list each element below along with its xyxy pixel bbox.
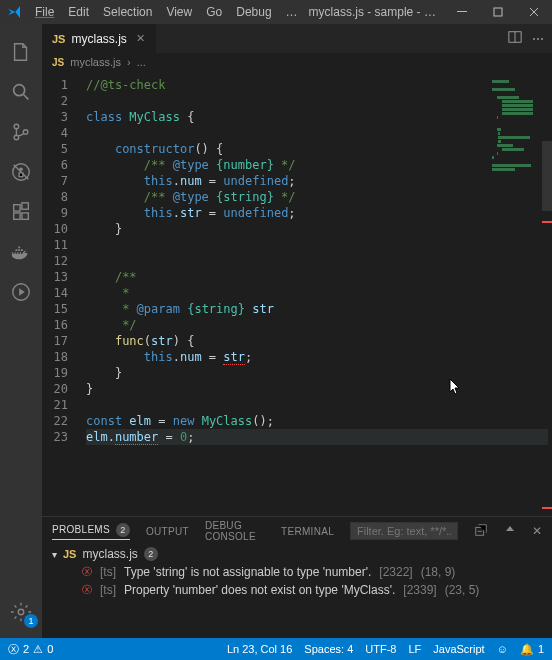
svg-point-3: [14, 124, 19, 129]
tab-close-icon[interactable]: ✕: [133, 32, 148, 45]
line-number: 18: [42, 349, 82, 365]
settings-icon[interactable]: 1: [0, 592, 42, 632]
code-line[interactable]: this.str = undefined;: [86, 205, 552, 221]
problem-source: [ts]: [100, 583, 116, 597]
code-line[interactable]: }: [86, 221, 552, 237]
code-line[interactable]: [86, 125, 552, 141]
panel-close-icon[interactable]: ✕: [532, 524, 542, 538]
menu-edit[interactable]: Edit: [61, 1, 96, 23]
close-button[interactable]: [516, 0, 552, 24]
code-line[interactable]: class MyClass {: [86, 109, 552, 125]
collapse-all-icon[interactable]: [474, 523, 488, 540]
code-line[interactable]: /**: [86, 269, 552, 285]
warning-icon: ⚠: [33, 643, 43, 656]
live-share-icon[interactable]: [0, 272, 42, 312]
line-number: 1: [42, 77, 82, 93]
code-line[interactable]: /** @type {number} */: [86, 157, 552, 173]
status-feedback-icon[interactable]: ☺: [497, 643, 508, 655]
tab-actions: ⋯: [508, 24, 552, 53]
line-number: 14: [42, 285, 82, 301]
code-line[interactable]: constructor() {: [86, 141, 552, 157]
code-line[interactable]: [86, 93, 552, 109]
breadcrumb[interactable]: JS myclass.js › ...: [42, 53, 552, 71]
line-number: 19: [42, 365, 82, 381]
extensions-icon[interactable]: [0, 192, 42, 232]
scm-icon[interactable]: [0, 112, 42, 152]
code-line[interactable]: */: [86, 317, 552, 333]
code-line[interactable]: func(str) {: [86, 333, 552, 349]
tab-debug-console[interactable]: DEBUG CONSOLE: [205, 520, 265, 542]
explorer-icon[interactable]: [0, 32, 42, 72]
code-line[interactable]: }: [86, 365, 552, 381]
tab-output[interactable]: OUTPUT: [146, 526, 189, 537]
line-number: 21: [42, 397, 82, 413]
maximize-button[interactable]: [480, 0, 516, 24]
split-editor-icon[interactable]: [508, 30, 522, 47]
panel-maximize-icon[interactable]: [504, 524, 516, 539]
caret-down-icon: ▾: [52, 549, 57, 560]
code-area[interactable]: //@ts-checkclass MyClass { constructor()…: [82, 71, 552, 516]
tab-terminal[interactable]: TERMINAL: [281, 526, 334, 537]
status-spaces[interactable]: Spaces: 4: [304, 643, 353, 655]
bell-icon: 🔔: [520, 643, 534, 656]
code-line[interactable]: this.num = str;: [86, 349, 552, 365]
problem-message: Property 'number' does not exist on type…: [124, 583, 395, 597]
code-line[interactable]: * @param {string} str: [86, 301, 552, 317]
problems-body: ▾ JS myclass.js 2 ⓧ [ts] Type 'string' i…: [42, 545, 552, 638]
line-number: 15: [42, 301, 82, 317]
breadcrumb-file: myclass.js: [70, 56, 121, 68]
code-line[interactable]: /** @type {string} */: [86, 189, 552, 205]
code-line[interactable]: *: [86, 285, 552, 301]
editor-tab[interactable]: JS myclass.js ✕: [42, 24, 157, 53]
line-number: 22: [42, 413, 82, 429]
status-ln-col[interactable]: Ln 23, Col 16: [227, 643, 292, 655]
menu-more[interactable]: …: [279, 1, 305, 23]
bottom-panel: PROBLEMS 2 OUTPUT DEBUG CONSOLE TERMINAL…: [42, 516, 552, 638]
tab-bar: JS myclass.js ✕ ⋯: [42, 24, 552, 53]
search-icon[interactable]: [0, 72, 42, 112]
code-line[interactable]: }: [86, 381, 552, 397]
error-icon: ⓧ: [8, 642, 19, 657]
code-line[interactable]: this.num = undefined;: [86, 173, 552, 189]
status-eol[interactable]: LF: [408, 643, 421, 655]
menu-debug[interactable]: Debug: [229, 1, 278, 23]
minimap[interactable]: [492, 79, 548, 169]
line-number: 2: [42, 93, 82, 109]
activity-bar: 1: [0, 24, 42, 638]
problem-row[interactable]: ⓧ [ts] Property 'number' does not exist …: [42, 581, 552, 599]
more-actions-icon[interactable]: ⋯: [532, 32, 544, 46]
status-errors[interactable]: ⓧ2 ⚠0: [8, 642, 53, 657]
menu-view[interactable]: View: [159, 1, 199, 23]
status-encoding[interactable]: UTF-8: [365, 643, 396, 655]
menu-selection[interactable]: Selection: [96, 1, 159, 23]
code-line[interactable]: const elm = new MyClass();: [86, 413, 552, 429]
svg-rect-10: [22, 213, 28, 219]
status-notifications[interactable]: 🔔1: [520, 643, 544, 656]
line-number: 12: [42, 253, 82, 269]
menu-file[interactable]: File: [28, 1, 61, 23]
code-line[interactable]: [86, 253, 552, 269]
problem-location: (18, 9): [421, 565, 456, 579]
error-icon: ⓧ: [82, 565, 92, 579]
debug-activity-icon[interactable]: [0, 152, 42, 192]
code-line[interactable]: //@ts-check: [86, 77, 552, 93]
menu-go[interactable]: Go: [199, 1, 229, 23]
minimize-button[interactable]: [444, 0, 480, 24]
error-mark-icon: [542, 507, 552, 509]
code-line[interactable]: elm.number = 0;: [86, 429, 548, 445]
docker-icon[interactable]: [0, 232, 42, 272]
problem-code: [2339]: [403, 583, 436, 597]
code-line[interactable]: [86, 237, 552, 253]
js-file-icon: JS: [63, 548, 76, 560]
problems-filter-input[interactable]: [350, 522, 458, 540]
problem-row[interactable]: ⓧ [ts] Type 'string' is not assignable t…: [42, 563, 552, 581]
editor[interactable]: 1234567891011121314151617181920212223 //…: [42, 71, 552, 516]
js-file-icon: JS: [52, 57, 64, 68]
line-number: 10: [42, 221, 82, 237]
code-line[interactable]: [86, 397, 552, 413]
tab-problems[interactable]: PROBLEMS 2: [52, 523, 130, 540]
problems-file-row[interactable]: ▾ JS myclass.js 2: [42, 545, 552, 563]
status-language[interactable]: JavaScript: [433, 643, 484, 655]
scrollbar[interactable]: [542, 71, 552, 516]
scrollbar-thumb[interactable]: [542, 141, 552, 211]
